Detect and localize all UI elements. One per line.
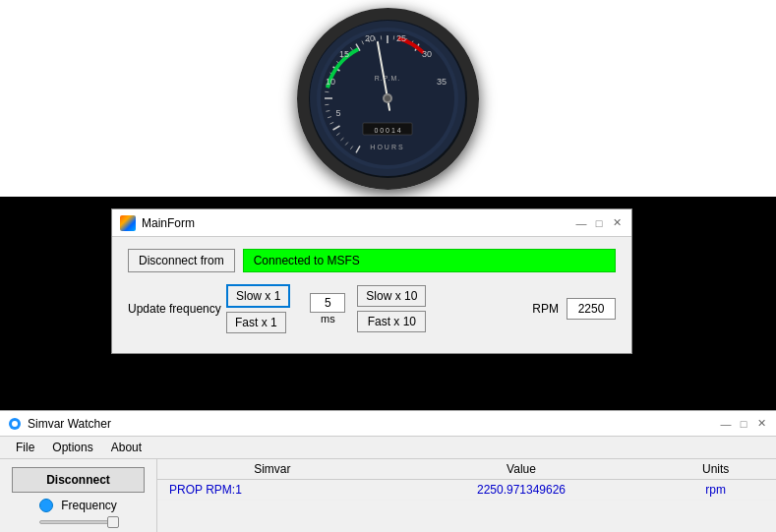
svg-text:0 0 0 1 4: 0 0 0 1 4 [374,127,400,134]
top-area: 5 10 15 20 25 30 35 R.P.M. 0 0 0 1 4 HOU… [0,0,776,197]
taskbar-freq-section: Frequency [39,499,117,512]
tachometer-svg: 5 10 15 20 25 30 35 R.P.M. 0 0 0 1 4 HOU… [309,20,467,178]
simvar-value-cell: 2250.971349626 [388,480,656,501]
svg-text:5: 5 [335,108,340,118]
table-header: Simvar Value Units [157,459,776,480]
freq-indicator-circle [39,499,53,512]
svg-text:HOURS: HOURS [370,144,404,150]
taskbar-left-panel: Disconnect Frequency [0,459,157,532]
mainform-minimize-btn[interactable]: — [574,216,588,230]
taskbar-titlebar: Simvar Watcher — □ ✕ [0,411,776,437]
svg-text:15: 15 [339,49,349,59]
freq-label: Update frequency [128,302,226,316]
taskbar-title-left: Simvar Watcher [8,417,111,431]
table-row: PROP RPM:1 2250.971349626 rpm [157,480,776,501]
svg-text:10: 10 [326,77,335,87]
freq-slider-area [39,520,118,524]
slow-x1-button[interactable]: Slow x 1 [226,284,290,308]
mainform-maximize-btn[interactable]: □ [592,216,606,230]
freq-slider-thumb[interactable] [107,516,119,528]
rpm-container: RPM 2250 [532,298,616,320]
svg-point-50 [12,421,18,427]
mainform-title-text: MainForm [142,216,195,230]
menu-options[interactable]: Options [44,439,100,456]
slow-x10-button[interactable]: Slow x 10 [357,285,426,307]
taskbar-close-btn[interactable]: ✕ [754,417,768,431]
disconnect-taskbar-button[interactable]: Disconnect [12,467,145,493]
connected-indicator: Connected to MSFS [243,249,616,272]
svg-text:R.P.M.: R.P.M. [375,75,401,82]
rpm-label: RPM [532,302,559,316]
freq-slider-track[interactable] [39,520,118,524]
taskbar-menu: File Options About [0,437,776,459]
ms-container: 5 ms [310,293,345,325]
mainform-window-controls: — □ ✕ [574,216,624,230]
menu-file[interactable]: File [8,439,42,456]
ms-value: 5 [310,293,345,313]
black-separator [0,197,776,208]
simvar-name-cell: PROP RPM:1 [157,480,388,501]
menu-about[interactable]: About [103,439,149,456]
svg-text:30: 30 [422,49,432,59]
taskbar-maximize-btn[interactable]: □ [737,417,750,431]
simvar-watcher-window: Simvar Watcher — □ ✕ File Options About … [0,410,776,532]
mainform-body: Disconnect from Connected to MSFS Update… [112,237,631,353]
fast-x10-button[interactable]: Fast x 10 [357,311,426,332]
taskbar-content: Disconnect Frequency Simvar Value Units [0,459,776,532]
connection-row: Disconnect from Connected to MSFS [128,249,616,272]
taskbar-freq-label: Frequency [61,499,117,512]
taskbar-window-controls: — □ ✕ [719,417,768,431]
simvar-units-cell: rpm [655,480,776,501]
freq-controls-inner: Slow x 1 Fast x 1 5 ms Slow x 10 Fast x … [226,284,616,333]
taskbar-app-icon [8,417,22,431]
simvar-table-area: Simvar Value Units PROP RPM:1 2250.97134… [157,459,776,532]
ms-label: ms [321,313,335,325]
table-body: PROP RPM:1 2250.971349626 rpm [157,480,776,501]
freq-col2: Slow x 10 Fast x 10 [357,285,426,332]
simvar-table: Simvar Value Units PROP RPM:1 2250.97134… [157,459,776,501]
update-frequency-row: Update frequency Slow x 1 Fast x 1 5 ms … [128,284,616,333]
col-units: Units [655,459,776,480]
svg-text:25: 25 [396,33,406,43]
fast-x1-button[interactable]: Fast x 1 [226,312,286,333]
mainform-window: MainForm — □ ✕ Disconnect from Connected… [111,208,632,354]
disconnect-from-button[interactable]: Disconnect from [128,249,235,272]
freq-col1: Slow x 1 Fast x 1 [226,284,290,333]
mainform-icon [120,215,136,231]
mainform-close-btn[interactable]: ✕ [610,216,624,230]
col-simvar: Simvar [157,459,388,480]
taskbar-title-text: Simvar Watcher [28,417,111,431]
rpm-value: 2250 [567,298,616,320]
svg-text:35: 35 [437,77,447,87]
svg-point-45 [385,95,390,101]
mainform-titlebar: MainForm — □ ✕ [112,209,631,237]
svg-text:20: 20 [365,33,375,43]
tachometer-image: 5 10 15 20 25 30 35 R.P.M. 0 0 0 1 4 HOU… [297,8,479,190]
col-value: Value [388,459,656,480]
taskbar-minimize-btn[interactable]: — [719,417,733,431]
mainform-title-left: MainForm [120,215,195,231]
